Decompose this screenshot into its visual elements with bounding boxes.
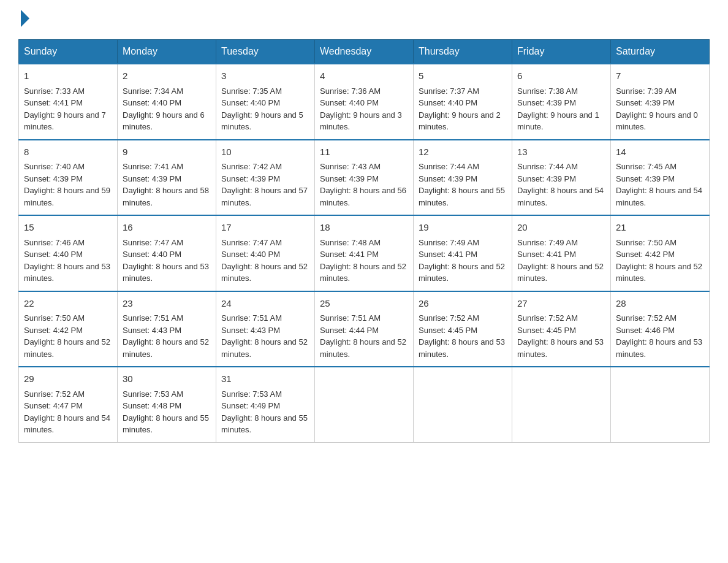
- calendar-week-2: 8Sunrise: 7:40 AMSunset: 4:39 PMDaylight…: [19, 140, 710, 216]
- calendar-cell: 28Sunrise: 7:52 AMSunset: 4:46 PMDayligh…: [611, 291, 710, 367]
- calendar-cell: 12Sunrise: 7:44 AMSunset: 4:39 PMDayligh…: [414, 140, 512, 216]
- sunrise-text: Sunrise: 7:47 AM: [123, 238, 183, 247]
- sunset-text: Sunset: 4:39 PM: [616, 174, 675, 183]
- col-header-thursday: Thursday: [414, 40, 512, 64]
- calendar-cell: 8Sunrise: 7:40 AMSunset: 4:39 PMDaylight…: [19, 140, 118, 216]
- calendar-cell: 1Sunrise: 7:33 AMSunset: 4:41 PMDaylight…: [19, 64, 118, 140]
- day-number: 2: [123, 69, 211, 83]
- sunset-text: Sunset: 4:39 PM: [221, 174, 280, 183]
- day-number: 31: [221, 372, 309, 386]
- day-number: 5: [419, 69, 507, 83]
- day-number: 15: [24, 221, 112, 235]
- sunset-text: Sunset: 4:43 PM: [221, 326, 280, 335]
- sunrise-text: Sunrise: 7:52 AM: [419, 313, 479, 323]
- daylight-text: Daylight: 8 hours and 54 minutes.: [24, 413, 110, 435]
- calendar-header-row: SundayMondayTuesdayWednesdayThursdayFrid…: [19, 40, 710, 64]
- daylight-text: Daylight: 8 hours and 52 minutes.: [24, 337, 110, 359]
- day-number: 22: [24, 297, 112, 311]
- sunrise-text: Sunrise: 7:38 AM: [517, 86, 578, 96]
- sunrise-text: Sunrise: 7:40 AM: [24, 162, 85, 171]
- sunset-text: Sunset: 4:45 PM: [517, 326, 576, 335]
- sunset-text: Sunset: 4:39 PM: [419, 174, 477, 183]
- sunrise-text: Sunrise: 7:47 AM: [221, 238, 282, 247]
- sunrise-text: Sunrise: 7:53 AM: [221, 389, 282, 399]
- sunrise-text: Sunrise: 7:34 AM: [123, 86, 183, 96]
- daylight-text: Daylight: 9 hours and 2 minutes.: [419, 110, 501, 132]
- day-number: 14: [616, 145, 704, 159]
- sunset-text: Sunset: 4:44 PM: [320, 326, 379, 335]
- sunset-text: Sunset: 4:43 PM: [123, 326, 181, 335]
- daylight-text: Daylight: 8 hours and 52 minutes.: [221, 262, 308, 283]
- sunset-text: Sunset: 4:39 PM: [517, 174, 576, 183]
- day-number: 21: [616, 221, 704, 235]
- sunrise-text: Sunrise: 7:51 AM: [320, 313, 381, 323]
- calendar-cell: [512, 367, 611, 442]
- col-header-friday: Friday: [512, 40, 611, 64]
- sunset-text: Sunset: 4:42 PM: [616, 250, 675, 259]
- sunrise-text: Sunrise: 7:52 AM: [517, 313, 578, 323]
- daylight-text: Daylight: 8 hours and 52 minutes.: [419, 262, 505, 283]
- calendar-cell: [315, 367, 414, 442]
- sunrise-text: Sunrise: 7:52 AM: [616, 313, 677, 323]
- daylight-text: Daylight: 8 hours and 53 minutes.: [24, 262, 110, 283]
- sunrise-text: Sunrise: 7:51 AM: [221, 313, 282, 323]
- daylight-text: Daylight: 8 hours and 52 minutes.: [320, 262, 406, 283]
- calendar-week-4: 22Sunrise: 7:50 AMSunset: 4:42 PMDayligh…: [19, 291, 710, 367]
- col-header-wednesday: Wednesday: [315, 40, 414, 64]
- calendar-cell: 3Sunrise: 7:35 AMSunset: 4:40 PMDaylight…: [216, 64, 315, 140]
- day-number: 10: [221, 145, 309, 159]
- daylight-text: Daylight: 8 hours and 53 minutes.: [419, 337, 505, 359]
- sunset-text: Sunset: 4:40 PM: [320, 98, 379, 107]
- sunrise-text: Sunrise: 7:51 AM: [123, 313, 183, 323]
- sunrise-text: Sunrise: 7:37 AM: [419, 86, 479, 96]
- calendar-cell: [611, 367, 710, 442]
- day-number: 20: [517, 221, 605, 235]
- logo: [18, 12, 29, 27]
- sunrise-text: Sunrise: 7:35 AM: [221, 86, 282, 96]
- calendar-cell: 29Sunrise: 7:52 AMSunset: 4:47 PMDayligh…: [19, 367, 118, 442]
- sunrise-text: Sunrise: 7:50 AM: [616, 238, 677, 247]
- sunset-text: Sunset: 4:39 PM: [616, 98, 675, 107]
- sunrise-text: Sunrise: 7:45 AM: [616, 162, 677, 171]
- daylight-text: Daylight: 8 hours and 57 minutes.: [221, 186, 308, 207]
- daylight-text: Daylight: 8 hours and 52 minutes.: [320, 337, 406, 359]
- daylight-text: Daylight: 8 hours and 58 minutes.: [123, 186, 209, 207]
- day-number: 27: [517, 297, 605, 311]
- sunset-text: Sunset: 4:40 PM: [221, 98, 280, 107]
- sunset-text: Sunset: 4:40 PM: [24, 250, 83, 259]
- sunset-text: Sunset: 4:45 PM: [419, 326, 477, 335]
- sunrise-text: Sunrise: 7:44 AM: [517, 162, 578, 171]
- sunset-text: Sunset: 4:39 PM: [320, 174, 379, 183]
- sunrise-text: Sunrise: 7:48 AM: [320, 238, 381, 247]
- daylight-text: Daylight: 9 hours and 3 minutes.: [320, 110, 402, 132]
- sunset-text: Sunset: 4:40 PM: [221, 250, 280, 259]
- sunset-text: Sunset: 4:40 PM: [123, 98, 181, 107]
- sunset-text: Sunset: 4:42 PM: [24, 326, 83, 335]
- daylight-text: Daylight: 8 hours and 54 minutes.: [616, 186, 702, 207]
- day-number: 19: [419, 221, 507, 235]
- daylight-text: Daylight: 8 hours and 56 minutes.: [320, 186, 406, 207]
- sunset-text: Sunset: 4:40 PM: [123, 250, 181, 259]
- sunset-text: Sunset: 4:46 PM: [616, 326, 675, 335]
- day-number: 12: [419, 145, 507, 159]
- day-number: 7: [616, 69, 704, 83]
- calendar-cell: 19Sunrise: 7:49 AMSunset: 4:41 PMDayligh…: [414, 215, 512, 291]
- day-number: 26: [419, 297, 507, 311]
- sunrise-text: Sunrise: 7:46 AM: [24, 238, 85, 247]
- calendar-cell: 2Sunrise: 7:34 AMSunset: 4:40 PMDaylight…: [118, 64, 216, 140]
- day-number: 25: [320, 297, 408, 311]
- sunrise-text: Sunrise: 7:49 AM: [419, 238, 479, 247]
- day-number: 23: [123, 297, 211, 311]
- calendar-cell: [414, 367, 512, 442]
- day-number: 17: [221, 221, 309, 235]
- daylight-text: Daylight: 9 hours and 0 minutes.: [616, 110, 698, 132]
- daylight-text: Daylight: 8 hours and 52 minutes.: [616, 262, 702, 283]
- calendar-cell: 11Sunrise: 7:43 AMSunset: 4:39 PMDayligh…: [315, 140, 414, 216]
- day-number: 24: [221, 297, 309, 311]
- sunrise-text: Sunrise: 7:36 AM: [320, 86, 381, 96]
- calendar-cell: 16Sunrise: 7:47 AMSunset: 4:40 PMDayligh…: [118, 215, 216, 291]
- sunset-text: Sunset: 4:41 PM: [24, 98, 83, 107]
- daylight-text: Daylight: 8 hours and 53 minutes.: [123, 262, 209, 283]
- daylight-text: Daylight: 9 hours and 6 minutes.: [123, 110, 205, 132]
- col-header-monday: Monday: [118, 40, 216, 64]
